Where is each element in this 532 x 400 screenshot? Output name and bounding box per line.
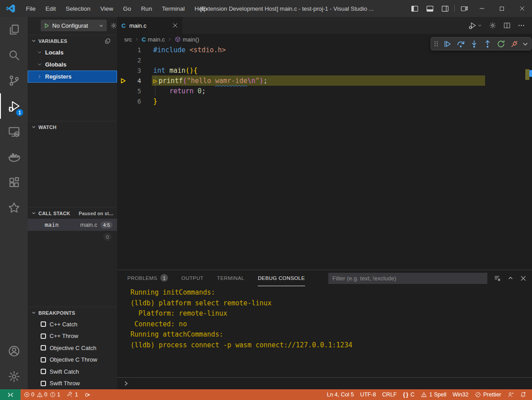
chevron-right-icon [134, 37, 140, 42]
breakpoint-checkbox[interactable] [41, 369, 46, 374]
drag-grip-icon[interactable] [433, 40, 440, 48]
formatter-status[interactable]: Prettier [472, 389, 504, 400]
debug-gear-icon[interactable] [110, 22, 117, 29]
continue-button[interactable] [441, 38, 453, 50]
debug-status[interactable] [81, 389, 94, 400]
menu-go[interactable]: Go [118, 0, 136, 17]
collapse-all-icon[interactable] [105, 38, 111, 44]
debug-toolbar[interactable] [431, 37, 532, 50]
breadcrumb-symbol[interactable]: main() [183, 36, 199, 43]
gutter [117, 78, 130, 84]
chevron-down-icon [31, 310, 36, 315]
menu-selection[interactable]: Selection [61, 0, 96, 17]
customize-layout-icon[interactable] [457, 0, 472, 17]
maximize-panel-icon[interactable] [507, 275, 514, 281]
code-editor[interactable]: 1#include <stdio.h>23int main(){4▷printf… [117, 45, 532, 270]
remote-indicator[interactable] [0, 389, 21, 400]
breakpoint-item[interactable]: Objective C Throw [28, 354, 117, 366]
step-out-button[interactable] [482, 38, 493, 50]
menu-edit[interactable]: Edit [41, 0, 61, 17]
cursor-position-status[interactable]: Ln 4, Col 5 [324, 389, 357, 400]
breakpoint-checkbox[interactable] [41, 357, 46, 362]
disconnect-button[interactable] [508, 38, 520, 50]
language-mode-status[interactable]: { }C [400, 389, 418, 400]
activity-item-settings[interactable] [0, 364, 28, 389]
launch-config-dropdown[interactable]: No Configurat [41, 20, 107, 31]
breadcrumb-folder[interactable]: src [124, 36, 132, 43]
files-icon [8, 24, 20, 36]
feedback-status[interactable] [504, 389, 517, 400]
variables-item-globals[interactable]: Globals [28, 58, 117, 71]
chevron-down-icon[interactable] [478, 23, 482, 28]
breakpoint-item[interactable]: C++ Throw [28, 330, 117, 342]
toggle-secondary-sidebar-icon[interactable] [437, 0, 452, 17]
breadcrumb-file[interactable]: main.c [148, 36, 165, 43]
activity-item-run-and-debug[interactable]: 1 [0, 93, 28, 119]
activity-item-docker[interactable] [0, 144, 28, 170]
activity-item-source-control[interactable] [0, 68, 28, 93]
code-line: 2 [117, 55, 532, 65]
console-filter-input[interactable] [328, 273, 487, 284]
close-button[interactable] [512, 0, 532, 17]
activity-item-explorer[interactable] [0, 17, 28, 42]
breakpoint-item[interactable]: Swift Catch [28, 366, 117, 377]
breakpoint-checkbox[interactable] [41, 333, 46, 339]
variables-section-header[interactable]: VARIABLES [28, 35, 117, 46]
restart-button[interactable] [495, 38, 507, 50]
panel-tab-debug-console[interactable]: DEBUG CONSOLE [258, 271, 305, 286]
encoding-status[interactable]: UTF-8 [357, 389, 379, 400]
breakpoint-checkbox[interactable] [41, 345, 46, 350]
platform-status[interactable]: Win32 [449, 389, 471, 400]
breakpoint-item[interactable]: Swift Throw [28, 378, 117, 389]
tab-close-icon[interactable] [172, 23, 178, 28]
start-debug-icon[interactable] [44, 23, 50, 29]
chevron-right-icon [37, 74, 42, 79]
activity-item-favorites[interactable] [0, 195, 28, 221]
debug-console-input[interactable] [117, 377, 532, 389]
run-or-debug-button[interactable] [469, 21, 482, 29]
notifications-status[interactable] [517, 389, 529, 400]
debug-session-chevron-icon[interactable] [522, 38, 529, 50]
problems-status[interactable]: 0 0 1 [21, 389, 63, 400]
call-stack-section-header[interactable]: CALL STACK Paused on st... [28, 207, 117, 219]
panel-tab-terminal[interactable]: TERMINAL [217, 271, 244, 286]
breakpoint-item[interactable]: Objective C Catch [28, 342, 117, 354]
call-stack-frame[interactable]: mainmain.c4:5 [28, 219, 117, 231]
tab-main-c[interactable]: C main.c [117, 17, 182, 34]
code-line: 5 return 0; [117, 86, 532, 96]
menu-terminal[interactable]: Terminal [157, 0, 189, 17]
menu-run[interactable]: Run [136, 0, 157, 17]
panel-tab-problems[interactable]: PROBLEMS1 [127, 271, 168, 286]
more-actions-icon[interactable] [518, 22, 525, 29]
activity-item-extensions[interactable] [0, 170, 28, 195]
editor-tab-bar: C main.c [117, 17, 532, 34]
variables-item-locals[interactable]: Locals [28, 46, 117, 58]
title-bar: FileEditSelectionViewGoRunTerminalHelp [… [0, 0, 532, 17]
close-panel-icon[interactable] [520, 275, 526, 281]
toggle-panel-icon[interactable] [422, 0, 437, 17]
maximize-button[interactable] [492, 0, 512, 17]
step-into-button[interactable] [468, 38, 480, 50]
editor-gear-icon[interactable] [489, 22, 496, 29]
spell-checker-status[interactable]: 1 Spell [418, 389, 449, 400]
breakpoints-section-header[interactable]: BREAKPOINTS [28, 307, 117, 318]
step-over-button[interactable] [455, 38, 466, 50]
tools-status[interactable]: 1 [63, 389, 81, 400]
activity-item-search[interactable] [0, 42, 28, 68]
breakpoint-checkbox[interactable] [41, 381, 46, 386]
menu-file[interactable]: File [21, 0, 41, 17]
minimize-button[interactable] [472, 0, 492, 17]
breakpoint-item[interactable]: C++ Catch [28, 318, 117, 330]
clear-console-icon[interactable] [494, 275, 501, 282]
watch-section-header[interactable]: WATCH [28, 121, 117, 133]
menu-view[interactable]: View [96, 0, 118, 17]
panel-tab-output[interactable]: OUTPUT [181, 271, 204, 286]
code-text: ▷printf("hello wamr-ide\n"); [141, 77, 268, 85]
split-editor-icon[interactable] [503, 22, 511, 29]
activity-item-accounts[interactable] [0, 338, 28, 364]
activity-item-remote-explorer[interactable] [0, 119, 28, 144]
breakpoint-checkbox[interactable] [41, 321, 46, 327]
variables-item-registers[interactable]: Registers [28, 71, 117, 83]
eol-status[interactable]: CRLF [379, 389, 400, 400]
toggle-sidebar-icon[interactable] [407, 0, 422, 17]
